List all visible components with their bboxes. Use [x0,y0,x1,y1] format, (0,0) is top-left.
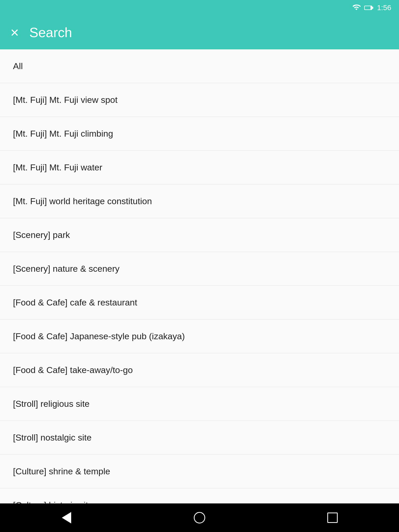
status-bar: 1:56 [0,0,399,16]
list-item[interactable]: [Culture] historic site [0,488,399,503]
list-container: All[Mt. Fuji] Mt. Fuji view spot[Mt. Fuj… [0,49,399,503]
list-item[interactable]: [Food & Cafe] cafe & restaurant [0,286,399,320]
list-item-text: [Stroll] religious site [13,399,90,409]
list-item-text: [Culture] shrine & temple [13,466,110,476]
nav-bar [0,503,399,532]
recent-icon [327,513,338,523]
close-button[interactable]: × [10,25,19,40]
svg-rect-2 [365,6,370,9]
status-time: 1:56 [377,4,391,12]
list-item[interactable]: [Scenery] nature & scenery [0,252,399,286]
battery-icon [364,5,374,10]
list-item[interactable]: [Food & Cafe] take-away/to-go [0,353,399,387]
list-item[interactable]: [Culture] shrine & temple [0,455,399,488]
back-icon [62,512,71,523]
list-item[interactable]: [Mt. Fuji] Mt. Fuji view spot [0,83,399,117]
list-item-text: [Food & Cafe] Japanese-style pub (izakay… [13,331,185,341]
list-item-text: [Scenery] park [13,230,70,240]
svg-rect-1 [372,7,373,9]
list-item-text: All [13,61,23,71]
list-item-text: [Mt. Fuji] Mt. Fuji climbing [13,129,113,139]
list-item[interactable]: [Stroll] nostalgic site [0,421,399,455]
wifi-icon [352,3,361,12]
list-item[interactable]: All [0,49,399,83]
nav-home-button[interactable] [184,509,215,527]
list-item[interactable]: [Stroll] religious site [0,387,399,421]
home-icon [194,512,205,523]
list-item[interactable]: [Food & Cafe] Japanese-style pub (izakay… [0,320,399,353]
list-item-text: [Stroll] nostalgic site [13,433,91,443]
list-item[interactable]: [Scenery] park [0,218,399,252]
list-item[interactable]: [Mt. Fuji] Mt. Fuji climbing [0,117,399,151]
list-item[interactable]: [Mt. Fuji] world heritage constitution [0,184,399,218]
toolbar: × Search [0,16,399,49]
list-item[interactable]: [Mt. Fuji] Mt. Fuji water [0,151,399,184]
list-item-text: [Mt. Fuji] Mt. Fuji view spot [13,95,117,105]
nav-back-button[interactable] [51,509,82,527]
list-item-text: [Mt. Fuji] world heritage constitution [13,196,152,206]
list-item-text: [Mt. Fuji] Mt. Fuji water [13,162,102,172]
list-item-text: [Food & Cafe] take-away/to-go [13,365,133,375]
list-item-text: [Scenery] nature & scenery [13,264,119,274]
toolbar-title: Search [29,25,72,40]
list-item-text: [Food & Cafe] cafe & restaurant [13,297,137,308]
nav-recent-button[interactable] [317,509,348,527]
list-item-text: [Culture] historic site [13,500,93,503]
